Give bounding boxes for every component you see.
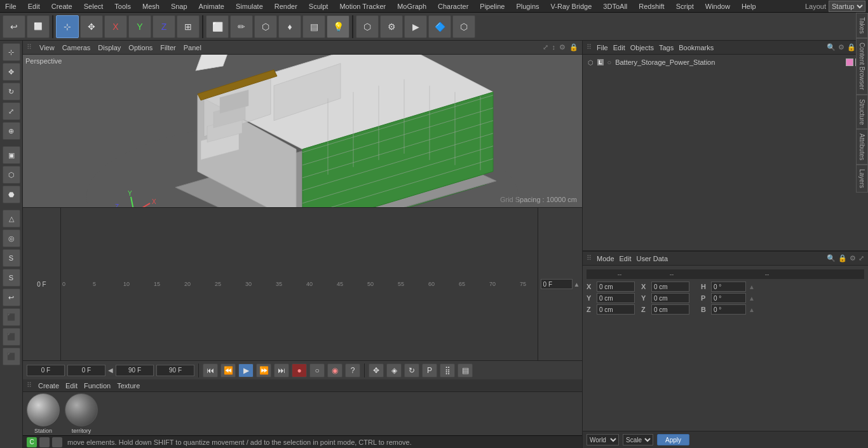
- rotate-x-button[interactable]: X: [104, 15, 127, 38]
- attr-menu-userdata[interactable]: User Data: [637, 255, 668, 262]
- light-button[interactable]: 💡: [327, 15, 349, 38]
- vp-sync-icon[interactable]: ↕: [552, 43, 556, 51]
- menu-tools[interactable]: Tools: [112, 3, 133, 10]
- apply-button[interactable]: Apply: [657, 434, 689, 445]
- menu-edit[interactable]: Edit: [25, 3, 43, 10]
- sidebar-btn-10[interactable]: ◎: [3, 229, 20, 247]
- sidebar-btn-12[interactable]: S: [3, 269, 20, 287]
- sidebar-btn-1[interactable]: ⊹: [3, 43, 20, 61]
- sidebar-btn-9[interactable]: △: [3, 210, 20, 227]
- obj-menu-objects[interactable]: Objects: [630, 44, 654, 51]
- z-rot-input[interactable]: [651, 304, 689, 315]
- material-station[interactable]: Station: [27, 393, 60, 434]
- sidebar-btn-5[interactable]: ⊕: [3, 122, 20, 140]
- tab-layers[interactable]: Layers: [856, 165, 868, 193]
- y-pos-input[interactable]: [597, 293, 635, 303]
- undo-button[interactable]: ↩: [3, 15, 25, 38]
- menu-select[interactable]: Select: [81, 3, 106, 10]
- end-frame-input-2[interactable]: [156, 365, 194, 376]
- attr-settings-icon[interactable]: ⚙: [850, 254, 856, 262]
- dope-button[interactable]: ⣿: [440, 363, 455, 377]
- auto-key-button[interactable]: P: [422, 363, 437, 377]
- menu-character[interactable]: Character: [435, 3, 471, 10]
- timeline-button[interactable]: ▤: [458, 363, 473, 377]
- attr-menu-edit[interactable]: Edit: [620, 255, 632, 262]
- goto-end-button[interactable]: ⏭: [274, 363, 289, 377]
- vp-menu-filter[interactable]: Filter: [160, 44, 175, 51]
- tab-structure[interactable]: Structure: [856, 95, 868, 130]
- mat-menu-texture[interactable]: Texture: [117, 382, 140, 390]
- vp-menu-display[interactable]: Display: [98, 44, 121, 51]
- mat-menu-function[interactable]: Function: [84, 382, 111, 390]
- attr-menu-mode[interactable]: Mode: [597, 255, 614, 262]
- z-pos-input[interactable]: [597, 304, 635, 315]
- vp-expand-icon[interactable]: ⤢: [543, 43, 548, 51]
- vp-menu-cameras[interactable]: Cameras: [62, 44, 91, 51]
- menu-file[interactable]: File: [3, 3, 19, 10]
- b-arrow-icon[interactable]: ▲: [749, 306, 755, 313]
- obj-lock-icon[interactable]: 🔒: [847, 43, 856, 51]
- snap-button[interactable]: ✥: [369, 363, 384, 377]
- menu-snap[interactable]: Snap: [168, 3, 190, 10]
- tab-content-browser[interactable]: Content Browser: [856, 38, 868, 94]
- next-frame-button[interactable]: ⏩: [256, 363, 271, 377]
- record-stop-button[interactable]: ○: [309, 363, 325, 377]
- record-help-button[interactable]: ?: [345, 363, 360, 377]
- move-tool-button[interactable]: ✥: [80, 15, 103, 38]
- deformer-button[interactable]: ♦: [278, 15, 301, 38]
- menu-mesh[interactable]: Mesh: [140, 3, 162, 10]
- record-button[interactable]: ●: [292, 363, 307, 377]
- y-rot-input[interactable]: [651, 293, 689, 303]
- obj-menu-bookmarks[interactable]: Bookmarks: [679, 44, 714, 51]
- menu-mograph[interactable]: MoGraph: [395, 3, 429, 10]
- menu-vray[interactable]: V-Ray Bridge: [548, 3, 595, 10]
- goto-start-button[interactable]: ⏮: [203, 363, 218, 377]
- extrude-button[interactable]: ⬡: [254, 15, 277, 38]
- viewport-canvas[interactable]: Perspective Grid Spacing : 10000 cm: [23, 55, 582, 207]
- sidebar-btn-3[interactable]: ↻: [3, 83, 20, 100]
- select-tool-button[interactable]: ⊹: [56, 15, 79, 38]
- vp-lock-icon[interactable]: 🔒: [569, 43, 578, 51]
- frame-arrow-up[interactable]: ▲: [574, 281, 580, 288]
- paint-button[interactable]: ⬡: [452, 15, 475, 38]
- render-settings-button[interactable]: ⚙: [380, 15, 403, 38]
- x-pos-input[interactable]: [597, 282, 635, 292]
- mat-menu-create[interactable]: Create: [38, 382, 59, 390]
- vp-menu-view[interactable]: View: [39, 44, 55, 51]
- rotate-y-button[interactable]: Y: [128, 15, 151, 38]
- obj-menu-tags[interactable]: Tags: [659, 44, 674, 51]
- record-auto-button[interactable]: ◉: [327, 363, 342, 377]
- menu-simulate[interactable]: Simulate: [233, 3, 266, 10]
- timeline-ticks[interactable]: 0 5 10 15 20 25 30 35 40 45 50 55 60 65 …: [61, 208, 538, 360]
- obj-menu-file[interactable]: File: [597, 44, 608, 51]
- key-button[interactable]: ◈: [386, 363, 402, 377]
- sidebar-btn-6[interactable]: ▣: [3, 146, 20, 164]
- sidebar-btn-8[interactable]: ⬣: [3, 186, 20, 203]
- camera-button[interactable]: ▤: [302, 15, 325, 38]
- menu-pipeline[interactable]: Pipeline: [477, 3, 507, 10]
- sidebar-btn-4[interactable]: ⤢: [3, 102, 20, 120]
- prev-frame-button[interactable]: ⏪: [220, 363, 236, 377]
- frame-input-1[interactable]: [67, 365, 105, 376]
- scale-select[interactable]: Scale: [623, 434, 653, 445]
- arrow-btn-left[interactable]: ◀: [108, 367, 113, 374]
- cube-button[interactable]: ⬜: [206, 15, 229, 38]
- menu-plugins[interactable]: Plugins: [513, 3, 541, 10]
- p-arrow-icon[interactable]: ▲: [749, 295, 755, 302]
- sidebar-btn-11[interactable]: S: [3, 249, 20, 267]
- vp-menu-panel[interactable]: Panel: [184, 44, 201, 51]
- start-frame-input[interactable]: [27, 365, 65, 376]
- menu-help[interactable]: Help: [739, 3, 759, 10]
- attr-expand-icon[interactable]: ⤢: [858, 254, 864, 262]
- play-button[interactable]: ▶: [238, 363, 254, 377]
- current-frame-display[interactable]: [541, 279, 573, 289]
- menu-script[interactable]: Script: [674, 3, 696, 10]
- object-row-battery-station[interactable]: ⬡ L ○ Battery_Storage_Power_Station: [585, 57, 865, 67]
- attr-lock-icon[interactable]: 🔒: [838, 254, 847, 262]
- sidebar-btn-14[interactable]: ⬛: [3, 308, 20, 326]
- menu-render[interactable]: Render: [272, 3, 300, 10]
- menu-motion-tracker[interactable]: Motion Tracker: [337, 3, 388, 10]
- tab-attributes[interactable]: Attributes: [856, 129, 868, 165]
- end-frame-input-1[interactable]: [116, 365, 154, 376]
- render-view-button[interactable]: ⬡: [356, 15, 379, 38]
